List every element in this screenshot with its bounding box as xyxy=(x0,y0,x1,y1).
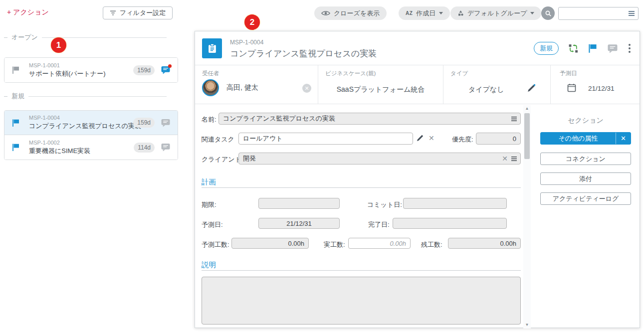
search-button[interactable] xyxy=(541,6,555,20)
forecast-label: 予測日 xyxy=(560,70,577,77)
estimated-effort-label: 予測工数: xyxy=(202,240,229,249)
filter-icon xyxy=(110,10,116,16)
task-card-msp-1-0004[interactable]: MSP-1-0004 コンプライアンス監視プロセスの実装 159d xyxy=(4,111,178,135)
assignee-avatar[interactable] xyxy=(202,79,219,96)
menu-icon[interactable] xyxy=(628,10,635,16)
section-button-attachments[interactable]: 添付 xyxy=(540,172,631,185)
card-id: MSP-1-0002 xyxy=(29,140,131,146)
chat-icon[interactable] xyxy=(161,119,171,127)
client-label: クライアント: xyxy=(202,155,243,164)
section-new-label: 新規 xyxy=(11,92,24,101)
section-button-label: 添付 xyxy=(579,174,592,183)
age-badge: 159d xyxy=(133,118,155,128)
chat-icon[interactable] xyxy=(607,44,618,53)
card-box-open: MSP-1-0001 サポート依頼(パートナー) 159d xyxy=(4,57,178,83)
menu-icon[interactable] xyxy=(511,156,517,162)
parent-cell[interactable]: ビジネスケース(親) SaaSプラットフォーム統合 xyxy=(318,65,443,104)
section-rule xyxy=(28,96,167,97)
actual-effort-input[interactable] xyxy=(348,238,411,249)
assignee-name: 高田, 健太 xyxy=(226,83,258,92)
parent-label: ビジネスケース(親) xyxy=(325,70,376,77)
task-title: コンプライアンス監視プロセスの実装 xyxy=(230,48,377,59)
clear-client-icon[interactable]: ✕ xyxy=(502,155,508,162)
search-icon xyxy=(545,10,552,17)
type-value: タイプなし xyxy=(468,85,504,94)
priority-input[interactable] xyxy=(476,133,521,145)
edit-related-pencil-icon[interactable] xyxy=(416,134,425,142)
sort-dropdown[interactable]: AZ 作成日 xyxy=(399,6,450,20)
task-card-msp-1-0002[interactable]: MSP-1-0002 重要機器にSIME実装 114d xyxy=(4,135,178,160)
status-badge[interactable]: 新規 xyxy=(534,42,559,55)
task-detail-panel: MSP-1-0004 コンプライアンス監視プロセスの実装 新規 受任者 xyxy=(195,31,640,328)
card-title: 重要機器にSIME実装 xyxy=(29,147,131,156)
scroll-up-arrow[interactable]: ▲ xyxy=(523,105,531,112)
description-section-title: 説明 xyxy=(202,260,216,270)
client-input[interactable] xyxy=(243,155,499,163)
card-box-new: MSP-1-0004 コンプライアンス監視プロセスの実装 159d MSP-1-… xyxy=(4,110,178,160)
flag-icon[interactable] xyxy=(12,119,20,127)
flag-icon[interactable] xyxy=(12,143,20,152)
section-header-new[interactable]: 新規 xyxy=(4,92,167,101)
name-label: 名前: xyxy=(202,115,216,124)
assignee-cell: 受任者 高田, 健太 ✕ xyxy=(195,65,318,104)
commit-date-input[interactable] xyxy=(403,198,507,209)
form-scrollbar[interactable]: ▲ ▼ xyxy=(523,105,531,329)
name-input[interactable] xyxy=(223,115,508,123)
menu-icon[interactable] xyxy=(511,116,517,122)
flag-icon[interactable] xyxy=(12,66,20,74)
remaining-effort-input[interactable] xyxy=(448,238,521,249)
section-open-label: オープン xyxy=(11,33,38,42)
section-header-open[interactable]: オープン xyxy=(4,33,167,42)
scrollbar-thumb[interactable] xyxy=(524,113,530,159)
chat-icon[interactable] xyxy=(161,66,171,74)
more-options-icon[interactable] xyxy=(628,43,632,54)
card-text: MSP-1-0001 サポート依頼(パートナー) xyxy=(29,62,130,78)
plan-forecast-input[interactable] xyxy=(258,218,340,229)
calendar-icon[interactable] xyxy=(567,83,576,92)
complete-date-input[interactable] xyxy=(393,218,507,229)
group-dropdown[interactable]: デフォルトグループ xyxy=(450,6,541,20)
annotation-step-2: 2 xyxy=(244,14,260,30)
related-task-input[interactable] xyxy=(238,133,413,145)
card-text: MSP-1-0002 重要機器にSIME実装 xyxy=(29,140,131,156)
group-icon xyxy=(457,10,464,16)
filter-settings-label: フィルター設定 xyxy=(120,8,166,17)
card-id: MSP-1-0001 xyxy=(29,62,130,68)
type-label: タイプ xyxy=(450,70,468,77)
assignee-label: 受任者 xyxy=(202,70,219,77)
chevron-down-icon xyxy=(530,12,534,14)
task-card-msp-1-0001[interactable]: MSP-1-0001 サポート依頼(パートナー) 159d xyxy=(4,58,178,82)
deadline-input[interactable] xyxy=(258,198,340,209)
section-button-connections[interactable]: コネクション xyxy=(540,153,631,165)
scroll-down-arrow[interactable]: ▼ xyxy=(523,322,531,329)
search-input[interactable] xyxy=(562,10,628,17)
chevron-down-icon xyxy=(439,12,443,14)
close-section-icon[interactable]: ✕ xyxy=(616,133,631,144)
chat-icon[interactable] xyxy=(161,143,171,152)
forecast-cell: 予測日 21/12/31 xyxy=(551,65,640,104)
clear-related-icon[interactable]: ✕ xyxy=(429,135,434,142)
detail-strip: 受任者 高田, 健太 ✕ ビジネスケース(親) SaaSプラットフォーム統合 タ… xyxy=(195,65,640,104)
card-title: サポート依頼(パートナー) xyxy=(29,69,130,78)
section-button-activity-log[interactable]: アクティビティーログ xyxy=(540,192,631,205)
filter-settings-button[interactable]: フィルター設定 xyxy=(103,6,173,19)
group-label: デフォルトグループ xyxy=(467,9,527,18)
edit-type-pencil-icon[interactable] xyxy=(527,83,536,93)
show-closed-toggle[interactable]: クローズを表示 xyxy=(314,6,387,20)
remove-assignee-icon[interactable]: ✕ xyxy=(302,84,311,93)
sections-title: セクション xyxy=(532,116,640,125)
deadline-label: 期限: xyxy=(202,200,216,209)
section-button-other-attributes[interactable]: その他の属性 ✕ xyxy=(540,132,631,145)
related-task-label: 関連タスク xyxy=(202,135,234,144)
age-badge: 114d xyxy=(134,143,155,153)
section-button-label: アクティビティーログ xyxy=(553,194,619,203)
flag-icon[interactable] xyxy=(588,43,598,53)
collapse-dash-icon xyxy=(4,37,7,38)
estimated-effort-input[interactable] xyxy=(231,238,309,249)
plan-forecast-label: 予測日: xyxy=(202,220,223,229)
description-textarea[interactable] xyxy=(202,277,521,325)
section-rule xyxy=(202,270,521,271)
workflow-icon[interactable] xyxy=(568,43,579,54)
actions-link[interactable]: + アクション xyxy=(7,8,49,17)
section-rule xyxy=(202,187,521,188)
